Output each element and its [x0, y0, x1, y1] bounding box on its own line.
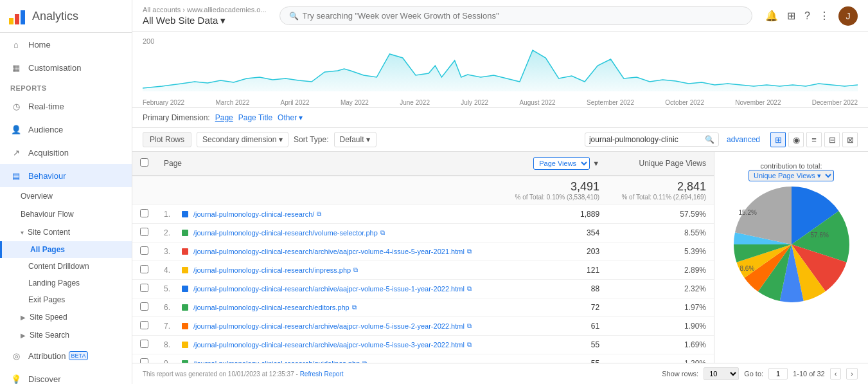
external-link-icon[interactable]: ⧉ — [317, 210, 321, 218]
total-unique: 2,841 % of Total: 0.11% (2,694,169) — [607, 176, 714, 205]
external-link-icon[interactable]: ⧉ — [353, 266, 358, 274]
sidebar-item-customisation[interactable]: ▦ Customisation — [0, 56, 132, 79]
x-label-2: April 2022 — [281, 99, 310, 106]
sidebar-content-drilldown[interactable]: Content Drilldown — [0, 258, 132, 275]
unique-val: 2.89% — [607, 261, 714, 280]
page-link[interactable]: /journal-pulmonology-clinical-research/a… — [193, 285, 465, 293]
bar-view-button[interactable]: ≡ — [806, 132, 822, 147]
pageviews-val: 354 — [500, 224, 607, 242]
dim-page-link[interactable]: Page — [215, 113, 233, 122]
search-input[interactable] — [303, 11, 743, 21]
help-icon[interactable]: ? — [804, 10, 810, 22]
avatar[interactable]: J — [838, 6, 858, 26]
sidebar-item-acquisition[interactable]: ↗ Acquisition — [0, 141, 132, 164]
sidebar-site-content[interactable]: ▾ Site Content — [0, 223, 132, 241]
sidebar-item-attribution[interactable]: ◎ Attribution BETA — [0, 344, 132, 367]
prev-page-button[interactable]: ‹ — [830, 368, 842, 379]
pie-label-57: 57.6% — [811, 232, 829, 239]
page-cell-5: 6. /journal-pulmonology-clinical-researc… — [156, 298, 500, 317]
row-checkbox[interactable] — [140, 302, 148, 311]
refresh-report-link[interactable]: Refresh Report — [300, 370, 344, 378]
property-name[interactable]: All Web Site Data ▾ — [143, 15, 267, 26]
sidebar-customisation-label: Customisation — [28, 63, 81, 73]
sidebar-overview[interactable]: Overview — [0, 187, 132, 205]
pivot-view-button[interactable]: ⊠ — [842, 132, 858, 147]
dim-page-title-link[interactable]: Page Title — [238, 113, 272, 122]
plot-rows-button[interactable]: Plot Rows — [143, 132, 191, 147]
table-view-button[interactable]: ⊞ — [770, 132, 786, 147]
sidebar-item-home[interactable]: ⌂ Home — [0, 33, 132, 56]
contribution-metric-select[interactable]: Unique Page Views ▾ — [748, 170, 834, 181]
external-link-icon[interactable]: ⧉ — [380, 229, 385, 237]
filter-input[interactable] — [589, 135, 705, 144]
page-link[interactable]: /journal-pulmonology-clinical-research/i… — [193, 266, 351, 274]
compare-view-button[interactable]: ⊟ — [824, 132, 840, 147]
sidebar-item-behaviour[interactable]: ▤ Behaviour — [0, 164, 132, 187]
sidebar-site-speed[interactable]: ▶ Site Speed — [0, 308, 132, 326]
page-link[interactable]: /journal-pulmonology-clinical-research/e… — [193, 304, 350, 311]
row-checkbox[interactable] — [140, 340, 148, 348]
apps-icon[interactable]: ⊞ — [787, 10, 795, 22]
dim-other-dropdown[interactable]: Other ▾ — [278, 113, 303, 122]
row-checkbox[interactable] — [140, 265, 148, 273]
pageviews-val: 72 — [500, 298, 607, 317]
row-checkbox-cell — [132, 317, 156, 336]
rows-select[interactable]: 10 25 50 100 500 1000 — [704, 367, 739, 380]
sidebar-discover-label: Discover — [28, 374, 61, 384]
attribution-icon: ◎ — [10, 350, 22, 361]
search-filter: 🔍 — [585, 133, 719, 147]
row-checkbox[interactable] — [140, 228, 148, 236]
more-icon[interactable]: ⋮ — [819, 10, 829, 22]
pageviews-col-header[interactable]: Page Views ▼ — [500, 152, 607, 176]
sidebar-content-drilldown-label: Content Drilldown — [28, 262, 89, 271]
external-link-icon[interactable]: ⧉ — [467, 341, 472, 349]
row-checkbox[interactable] — [140, 209, 148, 217]
sidebar-behaviour-flow[interactable]: Behaviour Flow — [0, 205, 132, 223]
next-page-button[interactable]: › — [846, 368, 858, 379]
sidebar-item-audience[interactable]: 👤 Audience — [0, 118, 132, 141]
chart-svg — [143, 46, 858, 91]
page-link[interactable]: /journal-pulmonology-clinical-research/ — [193, 210, 314, 218]
row-num: 1. — [164, 210, 179, 219]
notifications-icon[interactable]: 🔔 — [765, 10, 778, 22]
row-checkbox[interactable] — [140, 246, 148, 255]
sidebar-site-search[interactable]: ▶ Site Search — [0, 326, 132, 344]
search-bar[interactable]: 🔍 — [279, 6, 753, 25]
sidebar: Analytics ⌂ Home ▦ Customisation REPORTS… — [0, 0, 132, 384]
row-checkbox[interactable] — [140, 284, 148, 292]
pageviews-metric-select[interactable]: Page Views — [533, 157, 590, 170]
external-link-icon[interactable]: ⧉ — [352, 304, 357, 311]
sidebar-all-pages[interactable]: All Pages — [0, 241, 132, 258]
table-row: 7. /journal-pulmonology-clinical-researc… — [132, 317, 714, 336]
external-link-icon[interactable]: ⧉ — [467, 285, 472, 293]
table-row: 3. /journal-pulmonology-clinical-researc… — [132, 242, 714, 261]
advanced-link[interactable]: advanced — [727, 135, 760, 144]
goto-input[interactable] — [768, 368, 788, 379]
page-link[interactable]: /journal-pulmonology-clinical-research/a… — [193, 322, 465, 330]
property-selector: All accounts › www.alliedacademies.o... … — [143, 6, 267, 26]
page-link[interactable]: /journal-pulmonology-clinical-research/a… — [193, 248, 465, 255]
pie-view-button[interactable]: ◉ — [788, 132, 804, 147]
sidebar-landing-pages[interactable]: Landing Pages — [0, 275, 132, 291]
page-cell-4: 5. /journal-pulmonology-clinical-researc… — [156, 280, 500, 298]
secondary-dimension-select[interactable]: Secondary dimension ▾ — [197, 132, 288, 147]
pageviews-val: 55 — [500, 354, 607, 363]
external-link-icon[interactable]: ⧉ — [467, 322, 472, 330]
page-link[interactable]: /journal-pulmonology-clinical-research/a… — [193, 341, 465, 349]
row-checkbox-cell — [132, 354, 156, 363]
sort-type-select[interactable]: Default ▾ — [334, 132, 376, 147]
sidebar-exit-pages[interactable]: Exit Pages — [0, 291, 132, 308]
external-link-icon[interactable]: ⧉ — [467, 248, 472, 255]
sidebar-item-realtime[interactable]: ◷ Real-time — [0, 95, 132, 118]
page-cell-3: 4. /journal-pulmonology-clinical-researc… — [156, 261, 500, 280]
pie-label-15: 15.2% — [739, 209, 757, 216]
page-link[interactable]: /journal-pulmonology-clinical-research/v… — [193, 229, 378, 237]
select-all-checkbox[interactable] — [140, 158, 148, 167]
app-title: Analytics — [32, 10, 78, 23]
svg-rect-1 — [15, 14, 19, 24]
row-checkbox[interactable] — [140, 321, 148, 329]
sidebar-item-discover[interactable]: 💡 Discover — [0, 367, 132, 384]
row-checkbox[interactable] — [140, 358, 148, 363]
unique-val: 2.32% — [607, 280, 714, 298]
filter-search-icon[interactable]: 🔍 — [705, 135, 714, 144]
